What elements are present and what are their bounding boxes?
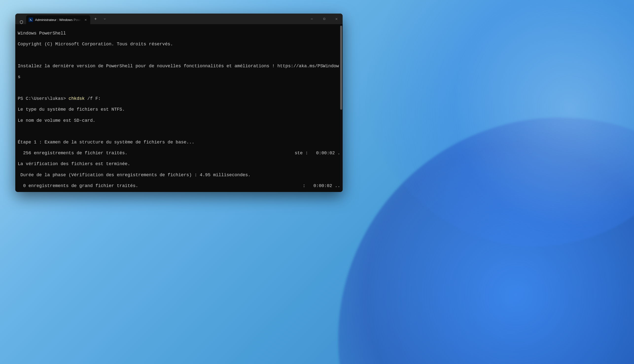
maximize-button[interactable] bbox=[318, 14, 330, 24]
output-line: Étape 1 : Examen de la structure du syst… bbox=[18, 140, 340, 145]
prompt-line: PS C:\Users\lukas> chkdsk /f F: bbox=[18, 96, 340, 101]
powershell-icon bbox=[28, 18, 33, 22]
svg-rect-6 bbox=[324, 18, 325, 20]
output-line: Durée de la phase (Vérification des enre… bbox=[18, 172, 340, 178]
output-line bbox=[18, 129, 340, 134]
output-line: La vérification des fichiers est terminé… bbox=[18, 161, 340, 166]
tab-powershell[interactable]: Administrateur : Windows PowerShell bbox=[26, 15, 90, 24]
tab-title: Administrateur : Windows PowerShell bbox=[35, 18, 81, 22]
terminal-output[interactable]: Windows PowerShell Copyright (C) Microso… bbox=[15, 24, 343, 192]
close-button[interactable] bbox=[330, 14, 343, 24]
output-line: s bbox=[18, 74, 340, 80]
new-tab-button[interactable] bbox=[91, 15, 100, 23]
tab-dropdown-button[interactable] bbox=[100, 15, 109, 23]
terminal-window: Administrateur : Windows PowerShell bbox=[15, 14, 343, 192]
tab-strip: Administrateur : Windows PowerShell bbox=[15, 14, 306, 24]
minimize-button[interactable] bbox=[306, 14, 318, 24]
command-args: /f F: bbox=[87, 96, 100, 101]
prompt-path: PS C:\Users\lukas> bbox=[18, 96, 66, 101]
tab-close-button[interactable] bbox=[83, 18, 88, 22]
output-line: Le nom de volume est SD-card. bbox=[18, 118, 340, 123]
output-line bbox=[18, 52, 340, 58]
command: chkdsk bbox=[68, 96, 84, 101]
shield-admin-icon bbox=[17, 20, 26, 24]
output-line: 0 enregistrements de grand fichier trait… bbox=[18, 183, 340, 188]
output-line bbox=[18, 85, 340, 90]
scrollbar-thumb[interactable] bbox=[340, 26, 342, 110]
window-controls bbox=[306, 14, 343, 24]
output-line: Copyright (C) Microsoft Corporation. Tou… bbox=[18, 42, 340, 47]
output-line: Installez la dernière version de PowerSh… bbox=[18, 63, 340, 69]
output-line: Le type du système de fichiers est NTFS. bbox=[18, 107, 340, 112]
output-line: 256 enregistrements de fichier traités.s… bbox=[18, 150, 340, 156]
output-line: Windows PowerShell bbox=[18, 30, 340, 36]
title-bar: Administrateur : Windows PowerShell bbox=[15, 14, 343, 24]
